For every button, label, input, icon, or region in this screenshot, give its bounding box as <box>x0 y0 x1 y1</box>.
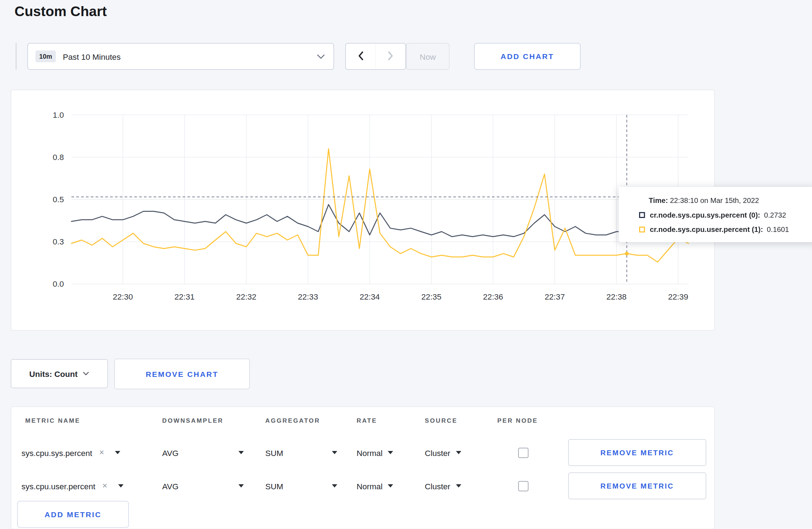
per-node-checkbox[interactable] <box>518 447 528 458</box>
chevron-right-icon <box>387 51 393 62</box>
svg-text:22:38: 22:38 <box>606 292 627 301</box>
col-header-per-node: PER NODE <box>497 417 538 424</box>
tooltip-series-row: cr.node.sys.cpu.user.percent (1): 0.1601 <box>639 225 809 234</box>
tooltip-series-value: 0.2732 <box>764 211 786 219</box>
svg-text:22:35: 22:35 <box>421 292 441 301</box>
chevron-left-icon <box>358 51 364 62</box>
tooltip-time-row: Time: 22:38:10 on Mar 15th, 2022 <box>649 196 809 205</box>
remove-chart-button[interactable]: REMOVE CHART <box>115 359 250 389</box>
svg-text:0.8: 0.8 <box>53 153 64 162</box>
rate-select[interactable]: Normal <box>357 439 393 466</box>
svg-text:22:30: 22:30 <box>113 292 133 301</box>
source-select[interactable]: Cluster <box>425 439 461 466</box>
page-title: Custom Chart <box>15 3 107 20</box>
toolbar-divider <box>16 43 17 70</box>
caret-down-icon <box>238 484 244 487</box>
per-node-cell <box>517 439 529 466</box>
rate-select[interactable]: Normal <box>357 472 393 499</box>
source-value: Cluster <box>425 481 450 491</box>
svg-text:0.0: 0.0 <box>53 280 64 288</box>
time-range-label: Past 10 Minutes <box>63 52 121 61</box>
prev-range-button[interactable] <box>345 43 376 70</box>
svg-text:0.5: 0.5 <box>53 195 64 204</box>
tooltip-series-label: cr.node.sys.cpu.user.percent (1): <box>650 225 763 234</box>
now-button[interactable]: Now <box>406 43 450 70</box>
custom-chart-page: Custom Chart 10m Past 10 Minutes Now ADD… <box>0 0 812 529</box>
aggregator-value: SUM <box>265 481 283 491</box>
col-header-downsampler: DOWNSAMPLER <box>162 417 223 424</box>
rate-value: Normal <box>357 448 383 457</box>
rate-value: Normal <box>357 481 383 491</box>
chart-card: 0.00.30.50.81.022:3022:3122:3222:3322:34… <box>11 90 715 331</box>
aggregator-value: SUM <box>265 448 283 457</box>
col-header-source: SOURCE <box>425 417 458 424</box>
caret-down-icon <box>456 451 461 454</box>
chart-tooltip: Time: 22:38:10 on Mar 15th, 2022 cr.node… <box>619 187 812 242</box>
tooltip-series-row: cr.node.sys.cpu.sys.percent (0): 0.2732 <box>639 211 809 219</box>
svg-text:22:37: 22:37 <box>545 292 565 301</box>
caret-down-icon <box>332 451 337 454</box>
cpu-percent-line-chart[interactable]: 0.00.30.50.81.022:3022:3122:3222:3322:34… <box>11 90 715 330</box>
per-node-cell <box>517 472 529 499</box>
sys-series-swatch-icon <box>639 212 645 218</box>
hover-point-marker <box>625 252 629 256</box>
remove-metric-button[interactable]: REMOVE METRIC <box>568 439 706 466</box>
user-series-swatch-icon <box>639 227 645 233</box>
source-select[interactable]: Cluster <box>425 472 461 499</box>
per-node-checkbox[interactable] <box>518 481 528 491</box>
svg-text:22:36: 22:36 <box>483 292 503 301</box>
tooltip-series-value: 0.1601 <box>767 225 789 234</box>
caret-down-icon <box>388 484 393 487</box>
metric-name-select[interactable]: sys.cpu.user.percent × <box>21 472 124 499</box>
gridlines <box>72 115 689 284</box>
metric-name-value: sys.cpu.sys.percent <box>21 448 92 457</box>
svg-text:22:33: 22:33 <box>298 292 318 301</box>
svg-text:22:39: 22:39 <box>668 292 688 301</box>
aggregator-select[interactable]: SUM <box>265 472 337 499</box>
units-label: Units: Count <box>29 369 78 378</box>
source-value: Cluster <box>425 448 450 457</box>
time-range-select[interactable]: 10m Past 10 Minutes <box>28 43 334 70</box>
caret-down-icon <box>456 484 461 487</box>
caret-down-icon <box>388 451 393 454</box>
col-header-rate: RATE <box>357 417 377 424</box>
next-range-button[interactable] <box>376 43 406 70</box>
tooltip-time-value: 22:38:10 on Mar 15th, 2022 <box>670 196 759 205</box>
svg-text:1.0: 1.0 <box>53 111 64 120</box>
metric-name-value: sys.cpu.user.percent <box>21 481 95 491</box>
time-range-badge: 10m <box>35 50 56 62</box>
remove-metric-button[interactable]: REMOVE METRIC <box>568 472 706 499</box>
svg-text:0.3: 0.3 <box>53 237 64 246</box>
units-select[interactable]: Units: Count <box>11 359 108 388</box>
caret-down-icon <box>118 484 124 487</box>
tooltip-series-label: cr.node.sys.cpu.sys.percent (0): <box>650 211 760 219</box>
caret-down-icon <box>238 451 244 454</box>
add-metric-button[interactable]: ADD METRIC <box>17 501 129 528</box>
clear-metric-icon[interactable]: × <box>99 448 104 457</box>
caret-down-icon <box>115 451 120 454</box>
downsampler-value: AVG <box>162 448 179 457</box>
downsampler-select[interactable]: AVG <box>162 472 244 499</box>
axis-tick-labels: 0.00.30.50.81.022:3022:3122:3222:3322:34… <box>53 111 688 302</box>
add-chart-button[interactable]: ADD CHART <box>474 43 581 70</box>
aggregator-select[interactable]: SUM <box>265 439 337 466</box>
downsampler-value: AVG <box>162 481 179 491</box>
metric-name-select[interactable]: sys.cpu.sys.percent × <box>21 439 120 466</box>
tooltip-time-label: Time: <box>649 196 668 205</box>
chevron-down-icon <box>317 54 325 59</box>
svg-text:22:34: 22:34 <box>359 292 380 301</box>
clear-metric-icon[interactable]: × <box>102 481 107 491</box>
col-header-metric-name: METRIC NAME <box>25 417 81 424</box>
col-header-aggregator: AGGREGATOR <box>265 417 320 424</box>
downsampler-select[interactable]: AVG <box>162 439 244 466</box>
chevron-down-icon <box>83 372 90 376</box>
svg-text:22:31: 22:31 <box>174 292 194 301</box>
series-line-1 <box>72 149 689 262</box>
svg-text:22:32: 22:32 <box>236 292 256 301</box>
caret-down-icon <box>332 484 337 487</box>
